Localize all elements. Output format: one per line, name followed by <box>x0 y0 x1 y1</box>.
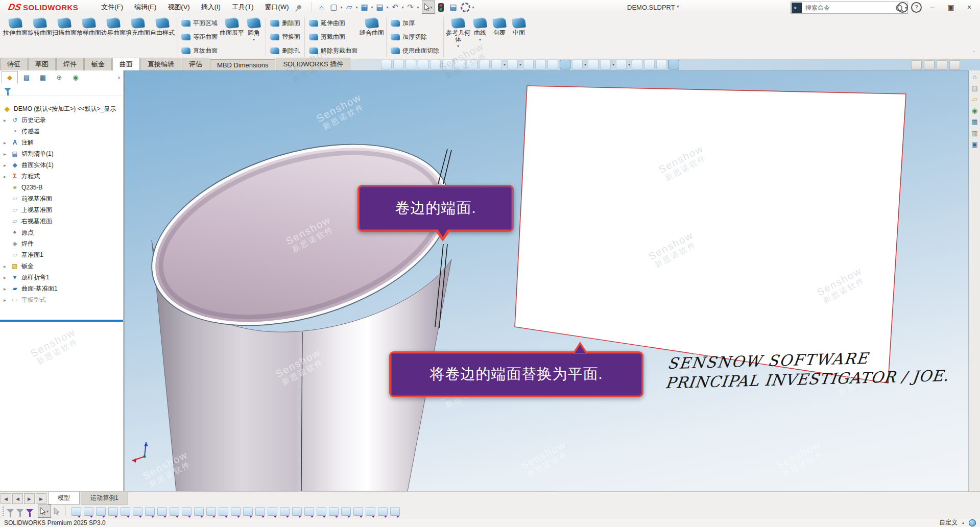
annotation-views-icon[interactable] <box>479 60 490 69</box>
user-account-icon[interactable] <box>897 2 908 13</box>
expand-arrow-icon[interactable]: ▸ <box>4 151 10 157</box>
print-dropdown-icon[interactable]: ▾ <box>387 5 389 10</box>
two-view-vertical-icon[interactable] <box>937 60 947 70</box>
options-dropdown-icon[interactable]: ▾ <box>472 5 474 10</box>
thicken-button[interactable]: 加厚 <box>391 18 439 29</box>
apply-scene-icon[interactable] <box>600 60 611 69</box>
design-library-icon[interactable]: ▱ <box>972 95 977 103</box>
tab-sketch[interactable]: 草图 <box>28 58 56 70</box>
graphics-viewport[interactable]: 卷边的端面. 将卷边的端面替换为平面. SENSNOW SOFTWARE PRI… <box>124 70 969 491</box>
print-button[interactable]: ▤ <box>374 2 386 13</box>
tab-weldments[interactable]: 焊件 <box>56 58 84 70</box>
save-dropdown-icon[interactable]: ▾ <box>371 5 373 10</box>
zoom-area-icon[interactable] <box>405 60 416 69</box>
model-tab[interactable]: 模型 <box>48 492 80 505</box>
shaded-no-edges-icon[interactable] <box>547 60 558 69</box>
dropdown-icon[interactable]: ▾ <box>504 62 506 67</box>
tree-filter-row[interactable] <box>0 84 123 96</box>
customize-menu[interactable]: 自定义 <box>939 518 958 527</box>
select-dropdown-icon[interactable]: ▾ <box>431 5 433 10</box>
select-tool-button[interactable]: ▾ <box>38 505 51 518</box>
dropdown-icon[interactable]: ▾ <box>612 62 614 67</box>
menu-insert[interactable]: 插入(I) <box>196 3 226 12</box>
collapse-ribbon-icon[interactable]: ˆ <box>973 51 975 57</box>
lofted-surface-button[interactable]: 放样曲面 <box>77 15 101 59</box>
open-dropdown-icon[interactable]: ▾ <box>356 5 358 10</box>
tree-item-history[interactable]: ▸↺历史记录 <box>0 114 123 126</box>
fillet-button[interactable]: 圆角▾ <box>244 15 264 59</box>
sketch-surface-tool-icon[interactable] <box>108 507 118 516</box>
four-view-icon[interactable] <box>949 60 960 70</box>
perspective-icon[interactable] <box>644 60 655 69</box>
single-view-icon[interactable] <box>911 60 922 70</box>
menu-tools[interactable]: 工具(T) <box>226 3 259 12</box>
fillet-dropdown-icon[interactable]: ▾ <box>253 36 255 43</box>
pan-icon[interactable] <box>393 60 404 69</box>
sketch-line-tool-icon[interactable] <box>84 507 93 516</box>
expand-arrow-icon[interactable]: ▸ <box>4 140 10 146</box>
tree-item-sheet-metal[interactable]: ▸▨钣金 <box>0 260 123 272</box>
sketch-rectangle-tool-icon[interactable] <box>96 507 106 516</box>
expand-arrow-icon[interactable]: ▸ <box>4 286 10 292</box>
tree-item-origin[interactable]: ⌖原点 <box>0 227 123 238</box>
restore-button[interactable]: ▣ <box>943 1 959 13</box>
sketch-dimension-tool-icon[interactable] <box>219 507 228 516</box>
swept-surface-button[interactable]: 扫描曲面 <box>52 15 77 59</box>
new-dropdown-icon[interactable]: ▾ <box>340 5 342 10</box>
tab-surfaces[interactable]: 曲面 <box>112 58 140 70</box>
sketch-contour-tool-icon[interactable] <box>170 507 179 516</box>
offset-surface-button[interactable]: 等距曲面 <box>181 32 218 43</box>
sketch-plane-tool-icon[interactable] <box>145 507 155 516</box>
display-manager-tab[interactable]: ◉ <box>68 71 83 83</box>
select-dropdown-icon[interactable]: ▾ <box>46 509 49 514</box>
tab-features[interactable]: 特征 <box>0 58 28 70</box>
curves-button[interactable]: 曲线▾ <box>470 15 490 59</box>
new-document-button[interactable]: ▢ <box>327 2 340 13</box>
custom-properties-icon[interactable]: ▥ <box>971 129 977 137</box>
selection-filter-icon[interactable] <box>7 509 14 513</box>
realview-icon[interactable] <box>668 60 679 69</box>
redo-dropdown-icon[interactable]: ▾ <box>417 5 419 10</box>
motion-study-tab[interactable]: 运动算例1 <box>81 492 128 505</box>
expand-arrow-icon[interactable]: ▸ <box>4 275 10 280</box>
wrap-button[interactable]: 包覆 <box>490 15 509 59</box>
close-button[interactable]: × <box>962 1 977 13</box>
sketch-curve-tool-icon[interactable] <box>280 507 290 516</box>
replace-face-button[interactable]: 替换面 <box>270 32 300 43</box>
property-manager-tab[interactable]: ▤ <box>19 71 34 83</box>
hidden-lines-visible-icon[interactable] <box>535 60 546 69</box>
boundary-surface-button[interactable]: 边界曲面 <box>101 15 126 59</box>
sketch-pattern-tool-icon[interactable] <box>317 507 326 516</box>
menu-edit[interactable]: 编辑(E) <box>129 3 162 12</box>
tree-item-equations[interactable]: ▸Σ方程式 <box>0 171 123 182</box>
sketch-note-tool-icon[interactable] <box>255 507 265 516</box>
sketch-magnifier-tool-icon[interactable] <box>268 507 277 516</box>
dropdown-icon[interactable]: ▾ <box>519 62 521 67</box>
home-icon[interactable]: ⌂ <box>973 73 977 81</box>
redo-button[interactable]: ↷ <box>404 2 417 13</box>
edit-appearance-icon[interactable] <box>588 60 599 69</box>
sketch-table-tool-icon[interactable] <box>366 507 375 516</box>
featuremanager-tree-tab[interactable]: ◆ <box>2 71 18 84</box>
sketch-target-tool-icon[interactable] <box>206 507 216 516</box>
sketch-coordinate-tool-icon[interactable] <box>390 507 400 516</box>
toolbar-grip-handle[interactable] <box>3 507 4 516</box>
expand-arrow-icon[interactable]: ▸ <box>4 117 10 123</box>
sketch-axis-tool-icon[interactable] <box>378 507 388 516</box>
pin-menu-icon[interactable] <box>297 4 302 10</box>
undo-dropdown-icon[interactable]: ▾ <box>402 5 404 10</box>
options-button[interactable] <box>460 2 472 13</box>
hide-show-items-eye-icon[interactable] <box>572 60 583 69</box>
menu-file[interactable]: 文件(F) <box>95 3 129 12</box>
minimize-button[interactable]: – <box>925 1 940 13</box>
tree-item-flat-pattern[interactable]: ▸▭平板型式 <box>0 294 123 305</box>
magnifier-icon[interactable] <box>418 60 428 69</box>
planar-surface-button[interactable]: 平面区域 <box>181 18 218 29</box>
delete-face-button[interactable]: 删除面 <box>270 18 300 29</box>
sketch-mirror-tool-icon[interactable] <box>304 507 314 516</box>
tree-item-plane1[interactable]: ▱基准面1 <box>0 249 123 260</box>
expand-arrow-icon[interactable]: ▸ <box>4 297 10 303</box>
delete-hole-button[interactable]: 删除孔 <box>270 45 300 57</box>
tree-item-annotations[interactable]: ▸A注解 <box>0 137 123 148</box>
tab-mbd-dimensions[interactable]: MBD Dimensions <box>210 59 275 70</box>
